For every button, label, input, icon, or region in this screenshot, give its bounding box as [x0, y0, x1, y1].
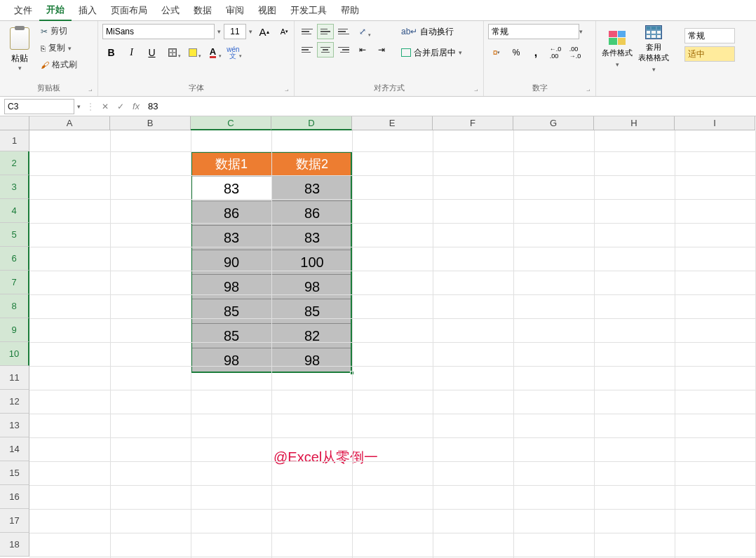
row-header-18[interactable]: 18: [0, 533, 29, 557]
row-header-16[interactable]: 16: [0, 485, 29, 509]
bold-button[interactable]: B: [102, 45, 120, 60]
italic-button[interactable]: I: [123, 45, 140, 60]
menu-data[interactable]: 数据: [187, 1, 219, 20]
conditional-format-button[interactable]: 条件格式▾: [600, 24, 634, 74]
number-format-select[interactable]: [488, 24, 579, 39]
formula-bar: ▾ ⋮ ✕ ✓ fx: [0, 97, 756, 116]
menu-formula[interactable]: 公式: [154, 1, 187, 20]
fill-color-button[interactable]: ▾: [184, 45, 201, 60]
row-header-14[interactable]: 14: [0, 437, 29, 461]
row-header-17[interactable]: 17: [0, 509, 29, 533]
col-header-C[interactable]: C: [191, 116, 271, 130]
row-header-9[interactable]: 9: [0, 318, 29, 342]
menu-insert[interactable]: 插入: [72, 1, 104, 20]
row-header-8[interactable]: 8: [0, 294, 29, 318]
cancel-formula-button[interactable]: ✕: [97, 99, 113, 114]
wrap-text-button[interactable]: ab↵自动换行: [398, 24, 465, 39]
menu-pagelayout[interactable]: 页面布局: [104, 1, 154, 20]
row-header-2[interactable]: 2: [0, 151, 29, 175]
row-header-15[interactable]: 15: [0, 461, 29, 485]
align-right-button[interactable]: [335, 42, 352, 57]
align-bottom-button[interactable]: [335, 24, 352, 39]
menu-file[interactable]: 文件: [7, 1, 39, 20]
borders-button[interactable]: ▾: [163, 45, 181, 60]
decrease-font-icon[interactable]: A▾: [276, 24, 293, 39]
row-header-7[interactable]: 7: [0, 271, 29, 294]
row-header-4[interactable]: 4: [0, 199, 29, 223]
brush-icon: 🖌: [41, 60, 49, 70]
font-size-select[interactable]: [224, 24, 246, 39]
paste-button[interactable]: 粘贴 ▾: [4, 24, 35, 74]
formula-input[interactable]: [144, 99, 756, 114]
row-header-13[interactable]: 13: [0, 414, 29, 437]
spreadsheet-grid[interactable]: ABCDEFGHI 123456789101112131415161718 数据…: [0, 116, 756, 558]
name-box[interactable]: [4, 99, 74, 114]
cell-style-good[interactable]: 适中: [684, 46, 735, 62]
decrease-decimal-button[interactable]: .00→.0: [567, 45, 583, 60]
accept-formula-button[interactable]: ✓: [113, 99, 128, 114]
table-header[interactable]: 数据2: [272, 152, 353, 177]
row-header-12[interactable]: 12: [0, 390, 29, 414]
table-cell[interactable]: 83: [191, 177, 272, 201]
format-painter-button[interactable]: 🖌格式刷: [38, 57, 80, 72]
row-header-11[interactable]: 11: [0, 366, 29, 390]
row-headers: 123456789101112131415161718: [0, 130, 29, 557]
table-cell[interactable]: 98: [191, 348, 272, 373]
orientation-button[interactable]: ⤢▾: [353, 24, 371, 39]
align-left-button[interactable]: [299, 42, 316, 57]
table-cell[interactable]: 85: [191, 324, 272, 348]
phonetic-icon: wén文: [227, 46, 239, 59]
align-center-button[interactable]: [317, 42, 334, 57]
comma-button[interactable]: ,: [527, 45, 544, 60]
col-header-H[interactable]: H: [594, 116, 675, 130]
table-cell[interactable]: 85: [272, 299, 353, 324]
row-header-6[interactable]: 6: [0, 247, 29, 271]
underline-button[interactable]: U: [143, 45, 161, 60]
indent-decrease-button[interactable]: ⇤: [353, 42, 371, 57]
fx-button[interactable]: fx: [128, 99, 144, 114]
table-cell[interactable]: 86: [191, 201, 272, 226]
format-as-table-button[interactable]: 套用 表格格式▾: [637, 24, 670, 74]
row-header-1[interactable]: 1: [0, 130, 29, 151]
menu-dev[interactable]: 开发工具: [283, 1, 334, 20]
row-header-3[interactable]: 3: [0, 175, 29, 199]
table-cell[interactable]: 98: [272, 348, 353, 373]
menu-help[interactable]: 帮助: [334, 1, 366, 20]
menu-review[interactable]: 审阅: [219, 1, 251, 20]
table-cell[interactable]: 98: [272, 275, 353, 299]
indent-increase-button[interactable]: ⇥: [372, 42, 390, 57]
col-header-G[interactable]: G: [513, 116, 594, 130]
currency-button[interactable]: ¤▾: [488, 45, 505, 60]
table-header[interactable]: 数据1: [191, 152, 272, 177]
table-cell[interactable]: 85: [191, 299, 272, 324]
increase-decimal-button[interactable]: ←.0.00: [547, 45, 564, 60]
col-header-I[interactable]: I: [675, 116, 755, 130]
table-cell[interactable]: 86: [272, 201, 353, 226]
font-name-select[interactable]: [102, 24, 215, 39]
col-header-F[interactable]: F: [433, 116, 513, 130]
cut-button[interactable]: ✂剪切: [38, 24, 80, 39]
row-header-10[interactable]: 10: [0, 342, 29, 366]
menu-view[interactable]: 视图: [251, 1, 283, 20]
select-all-corner[interactable]: [0, 116, 29, 130]
col-header-A[interactable]: A: [29, 116, 110, 130]
col-header-E[interactable]: E: [352, 116, 433, 130]
increase-font-icon[interactable]: A▴: [255, 24, 273, 39]
table-cell[interactable]: 82: [272, 324, 353, 348]
currency-icon: ¤: [493, 48, 498, 57]
menu-home[interactable]: 开始: [39, 0, 72, 21]
row-header-5[interactable]: 5: [0, 223, 29, 247]
merge-center-button[interactable]: 合并后居中▾: [398, 45, 465, 60]
align-top-button[interactable]: [299, 24, 316, 39]
table-cell[interactable]: 98: [191, 275, 272, 299]
cells-area[interactable]: 数据1数据2838386868383901009898858585829898 …: [29, 130, 756, 558]
align-middle-button[interactable]: [317, 24, 334, 39]
font-color-button[interactable]: A▾: [204, 45, 222, 60]
phonetic-button[interactable]: wén文▾: [224, 45, 242, 60]
table-cell[interactable]: 83: [272, 177, 353, 201]
percent-button[interactable]: %: [508, 45, 525, 60]
col-header-B[interactable]: B: [110, 116, 191, 130]
copy-button[interactable]: ⎘复制▾: [38, 41, 80, 55]
col-header-D[interactable]: D: [271, 116, 352, 130]
cell-style-normal[interactable]: 常规: [684, 28, 735, 43]
